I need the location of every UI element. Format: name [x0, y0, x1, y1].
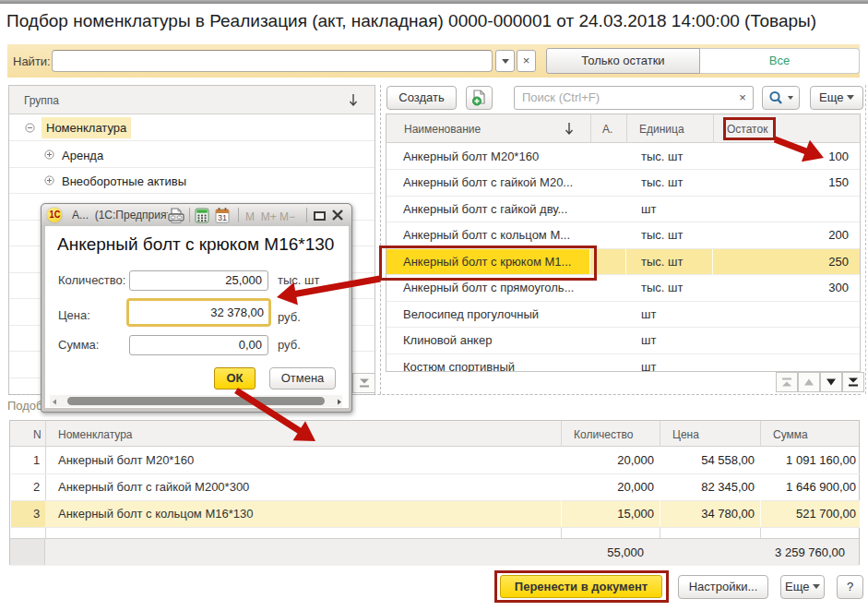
svg-text:31: 31	[218, 213, 227, 222]
